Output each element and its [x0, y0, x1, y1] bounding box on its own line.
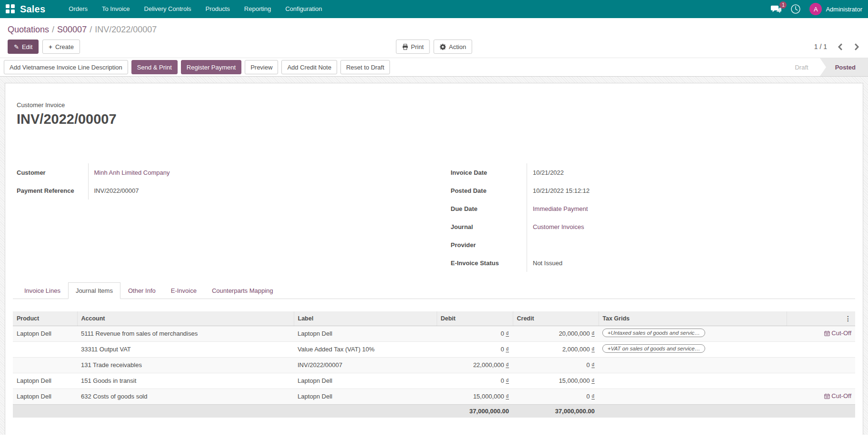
cutoff-label: Cut-Off [831, 329, 851, 337]
breadcrumb-link[interactable]: S00007 [57, 25, 87, 34]
table-row[interactable]: Laptopn Dell632 Costs of goods soldLapto… [13, 389, 855, 404]
edit-button[interactable]: ✎ Edit [8, 40, 39, 54]
action-button[interactable]: Action [434, 40, 472, 54]
apps-menu-icon[interactable] [6, 4, 15, 14]
optional-columns-icon[interactable]: ⋮ [845, 315, 851, 322]
nav-menu-item-configuration[interactable]: Configuration [278, 0, 329, 18]
field-label: Payment Reference [17, 181, 88, 200]
totals-row: 37,000,000.00 37,000,000.00 [13, 404, 855, 418]
messages-count-badge: 1 [779, 1, 787, 9]
table-row[interactable]: 131 Trade receivablesINV/2022/0000722,00… [13, 357, 855, 373]
tab-journal-items[interactable]: Journal Items [68, 282, 120, 299]
statusbar-button-preview[interactable]: Preview [245, 60, 278, 74]
tax-grid-tag[interactable]: +VAT on sales of goods and service… [602, 344, 705, 353]
field-row-due-date: Due DateImmediate Payment [451, 200, 852, 218]
field-value[interactable]: Customer Invoices [527, 218, 852, 236]
statusbar-button-add-vietnamese-invoice-line-description[interactable]: Add Vietnamese Invoice Line Description [4, 60, 128, 74]
field-groups: CustomerMinh Anh Limited CompanyPayment … [13, 163, 855, 272]
cell-label: INV/2022/00007 [294, 357, 437, 373]
user-name: Administrator [826, 6, 862, 13]
statusbar-button-send-print[interactable]: Send & Print [131, 60, 178, 74]
tab-counterparts-mapping[interactable]: Counterparts Mapping [204, 282, 281, 299]
field-label: Customer [17, 163, 88, 181]
nav-menu-item-delivery-controls[interactable]: Delivery Controls [137, 0, 199, 18]
field-label: Posted Date [451, 181, 527, 200]
field-row-e-invoice-status: E-Invoice StatusNot Issued [451, 254, 852, 272]
field-value[interactable]: Immediate Payment [527, 200, 852, 218]
print-button[interactable]: Print [396, 40, 430, 54]
control-panel-buttons: ✎ Edit + Create Print Action 1 / 1 [0, 36, 868, 58]
state-draft[interactable]: Draft [795, 58, 819, 76]
nav-menu-item-orders[interactable]: Orders [61, 0, 95, 18]
tab-e-invoice[interactable]: E-Invoice [163, 282, 204, 299]
create-button[interactable]: + Create [42, 40, 80, 54]
user-menu[interactable]: A Administrator [809, 3, 862, 15]
cell-cutoff: Cut-Off [787, 326, 855, 341]
cell-label: Laptopn Dell [294, 326, 437, 341]
column-header-label[interactable]: Label [294, 311, 437, 326]
pager-previous-icon[interactable] [837, 42, 844, 51]
field-value: 10/21/2022 [527, 163, 852, 181]
table-row[interactable]: 33311 Output VATValue Added Tax (VAT) 10… [13, 341, 855, 357]
cell-label: Laptopn Dell [294, 373, 437, 389]
nav-menu-item-products[interactable]: Products [199, 0, 237, 18]
nav-menu-item-reporting[interactable]: Reporting [237, 0, 278, 18]
app-brand[interactable]: Sales [20, 4, 45, 15]
field-label: Provider [451, 236, 527, 254]
breadcrumb-separator: / [49, 25, 57, 34]
form-sheet: Customer Invoice INV/2022/00007 Customer… [5, 83, 863, 435]
field-label: E-Invoice Status [451, 254, 527, 272]
currency-symbol: ₫ [506, 330, 509, 337]
nav-menu-item-to-invoice[interactable]: To Invoice [95, 0, 137, 18]
statusbar: Add Vietnamese Invoice Line DescriptionS… [0, 58, 868, 77]
cell-debit: 22,000,000 ₫ [437, 357, 513, 373]
tab-other-info[interactable]: Other Info [120, 282, 163, 299]
field-label: Journal [451, 218, 527, 236]
plus-icon: + [49, 43, 52, 50]
statusbar-button-add-credit-note[interactable]: Add Credit Note [281, 60, 337, 74]
tax-grid-tag[interactable]: +Untaxed sales of goods and servic… [602, 329, 705, 337]
cutoff-button[interactable]: Cut-Off [824, 329, 851, 337]
cell-credit: 20,000,000 ₫ [513, 326, 599, 341]
cell-credit: 0 ₫ [513, 389, 599, 404]
cell-cutoff [787, 341, 855, 357]
field-row-payment-reference: Payment ReferenceINV/2022/00007 [17, 181, 418, 200]
cell-tax-grids [599, 389, 787, 404]
avatar: A [809, 3, 822, 15]
cell-tax-grids: +Untaxed sales of goods and servic… [599, 326, 787, 341]
statusbar-button-register-payment[interactable]: Register Payment [181, 60, 241, 74]
document-title: INV/2022/00007 [13, 111, 855, 127]
state-posted[interactable]: Posted [820, 58, 868, 76]
cell-product: Laptopn Dell [13, 389, 77, 404]
cell-account: 5111 Revenue from sales of merchandises [77, 326, 294, 341]
pager-next-icon[interactable] [853, 42, 860, 51]
cutoff-button[interactable]: Cut-Off [824, 392, 851, 399]
currency-symbol: ₫ [506, 361, 509, 369]
column-header-credit[interactable]: Credit [513, 311, 599, 326]
column-header-account[interactable]: Account [77, 311, 294, 326]
cell-debit: 0 ₫ [437, 341, 513, 357]
column-header-tax-grids[interactable]: Tax Grids [599, 311, 787, 326]
activities-clock-icon[interactable] [790, 4, 801, 14]
field-label: Invoice Date [451, 163, 527, 181]
column-header-options[interactable]: ⋮ [787, 311, 855, 326]
table-row[interactable]: Laptopn Dell5111 Revenue from sales of m… [13, 326, 855, 341]
messages-icon[interactable]: 1 [770, 5, 782, 14]
tab-invoice-lines[interactable]: Invoice Lines [17, 282, 68, 299]
cell-product: Laptopn Dell [13, 373, 77, 389]
column-header-debit[interactable]: Debit [437, 311, 513, 326]
breadcrumb-link[interactable]: Quotations [8, 25, 49, 34]
column-header-product[interactable]: Product [13, 311, 77, 326]
printer-icon [402, 44, 408, 50]
field-label: Due Date [451, 200, 527, 218]
main-menu: OrdersTo InvoiceDelivery ControlsProduct… [61, 0, 329, 18]
field-value[interactable]: Minh Anh Limited Company [88, 163, 418, 181]
document-type-label: Customer Invoice [13, 101, 855, 109]
statusbar-button-reset-to-draft[interactable]: Reset to Draft [340, 60, 390, 74]
table-row[interactable]: Laptopn Dell151 Goods in transitLaptopn … [13, 373, 855, 389]
calendar-icon [824, 330, 830, 336]
cell-tax-grids [599, 373, 787, 389]
field-row-customer: CustomerMinh Anh Limited Company [17, 163, 418, 181]
field-value: 10/21/2022 15:12:12 [527, 181, 852, 200]
cell-product [13, 341, 77, 357]
